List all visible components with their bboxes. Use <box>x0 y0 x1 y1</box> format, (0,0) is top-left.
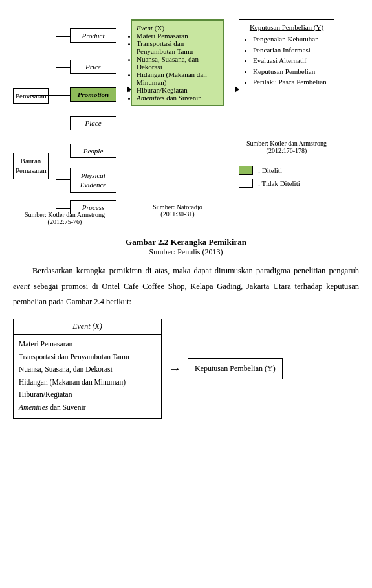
bottom-item-3: Nuansa, Suasana, dan Dekorasi <box>19 363 156 376</box>
bottom-event-box: Event (X) Materi Pemasaran Transportasi … <box>13 319 162 418</box>
k-item-1: Pengenalan Kebutuhan <box>253 34 329 45</box>
event-list: Materi Pemasaran Transportasi dan Penyam… <box>137 32 219 102</box>
event-item-1: Materi Pemasaran <box>137 32 219 40</box>
caption-subtitle: Sumber: Penulis (2013) <box>13 247 359 257</box>
bottom-item-2: Transportasi dan Penyambutan Tamu <box>19 351 156 364</box>
legend-tidak-diteliti: : Tidak Diteliti <box>239 179 300 188</box>
box-promotion: Promotion <box>70 87 116 102</box>
body-paragraph: Berdasarkan kerangka pemikiran di atas, … <box>13 264 359 310</box>
caption-title: Gambar 2.2 Kerangka Pemikiran <box>13 237 359 247</box>
hline-price <box>56 67 70 68</box>
bottom-item-1: Materi Pemasaran <box>19 338 156 351</box>
bauran-pemasaran-box: BauranPemasaran <box>13 153 49 179</box>
legend-tidak-label: : Tidak Diteliti <box>258 179 300 187</box>
vertical-spine <box>56 28 56 216</box>
hline-product <box>56 36 70 37</box>
source-kotler-right: Sumber: Kotler dan Armstrong(2012:176-17… <box>239 140 334 154</box>
bottom-keputusan-label: Keputusan Pembelian (Y) <box>195 364 276 373</box>
legend-diteliti-label: : Diteliti <box>258 166 282 174</box>
box-people: People <box>70 144 116 158</box>
hline-pemasaran <box>30 95 56 96</box>
hline-people <box>56 152 70 152</box>
hline-physical-evidence <box>56 179 70 180</box>
k-item-5: Perilaku Pasca Pembelian <box>253 76 329 87</box>
bottom-diagram: Event (X) Materi Pemasaran Transportasi … <box>13 319 359 418</box>
k-item-2: Pencarian Informasi <box>253 45 329 56</box>
source-natoradjo: Sumber: Natoradjo(2011:30-31) <box>131 203 224 218</box>
event-item-2: Transportasi dan Penyambutan Tamu <box>137 40 219 55</box>
legend-green-box <box>239 166 253 175</box>
box-product: Product <box>70 28 116 43</box>
bottom-item-4: Hidangan (Makanan dan Minuman) <box>19 376 156 389</box>
bottom-arrow: → <box>168 361 181 376</box>
caption-area: Gambar 2.2 Kerangka Pemikiran Sumber: Pe… <box>13 237 359 257</box>
main-diagram: Pemasaran BauranPemasaran Product Price … <box>13 10 359 231</box>
event-box: Event (X) Materi Pemasaran Transportasi … <box>131 19 224 106</box>
bottom-item-5: Hiburan/Kegiatan <box>19 389 156 401</box>
bottom-item-6: Amenities dan Suvenir <box>19 401 156 414</box>
event-item-6: Amenities dan Suvenir <box>137 94 219 102</box>
event-item-4: Hidangan (Makanan dan Minuman) <box>137 71 219 86</box>
legend: : Diteliti : Tidak Diteliti <box>239 166 300 188</box>
box-place: Place <box>70 116 116 130</box>
event-item-5: Hiburan/Kegiatan <box>137 86 219 94</box>
bottom-event-title: Event (X) <box>14 319 161 335</box>
pemasaran-box: Pemasaran <box>13 88 49 104</box>
box-physical-evidence: PhysicalEvidence <box>70 168 116 193</box>
keputusan-box: Keputusan Pembelian (Y) Pengenalan Kebut… <box>239 19 334 91</box>
keputusan-list: Pengenalan Kebutuhan Pencarian Informasi… <box>244 34 329 87</box>
legend-white-box <box>239 179 253 188</box>
keputusan-title: Keputusan Pembelian (Y) <box>244 23 329 31</box>
source-kotler-bottom: Sumber: Kotler dan Armstrong(2012:75-76) <box>13 211 116 225</box>
box-price: Price <box>70 60 116 74</box>
bottom-event-list: Materi Pemasaran Transportasi dan Penyam… <box>14 335 161 418</box>
hline-place <box>56 124 70 124</box>
event-title: Event (X) <box>137 24 219 32</box>
hline-promotion <box>56 95 70 96</box>
hline-process <box>56 208 70 209</box>
event-item-3: Nuansa, Suasana, dan Dekorasi <box>137 55 219 71</box>
event-keputusan-arrow <box>226 89 239 89</box>
legend-diteliti: : Diteliti <box>239 166 300 175</box>
bottom-keputusan-box: Keputusan Pembelian (Y) <box>188 358 283 379</box>
k-item-3: Evaluasi Alternatif <box>253 55 329 66</box>
k-item-4: Keputusan Pembelian <box>253 66 329 77</box>
